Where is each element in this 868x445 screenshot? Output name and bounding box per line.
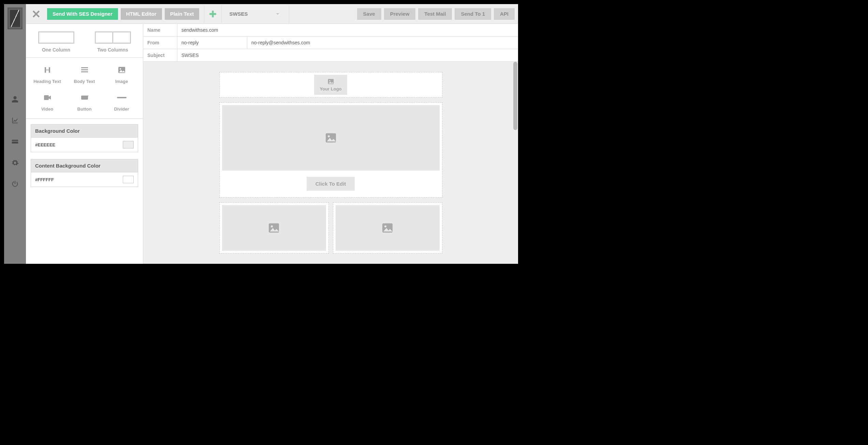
element-body-text[interactable]: Body Text: [66, 66, 103, 84]
content-background-color-value: #FFFFFF: [35, 177, 54, 182]
test-mail-button[interactable]: Test Mail: [418, 8, 452, 20]
image-icon: [324, 132, 338, 144]
two-col-left[interactable]: [219, 202, 329, 254]
meta-table: Name sendwithses.com From no-reply no-re…: [143, 24, 518, 62]
gear-icon: [11, 159, 19, 167]
svg-rect-6: [81, 71, 88, 72]
background-color-swatch[interactable]: [123, 141, 134, 148]
editor-sidebar: One Column Two Columns Heading Text: [26, 24, 143, 264]
image-icon: [327, 78, 335, 85]
layout-label: One Column: [42, 47, 70, 53]
chart-line-icon: [11, 117, 19, 124]
svg-point-8: [120, 68, 121, 70]
element-heading[interactable]: Heading Text: [29, 66, 66, 84]
meta-subject-value[interactable]: SWSES: [177, 49, 518, 61]
svg-rect-4: [81, 67, 88, 68]
image-icon: [117, 66, 127, 74]
nav-item-analytics[interactable]: [11, 115, 19, 126]
nav-item-contacts[interactable]: [11, 94, 19, 105]
background-color-value: #EEEEEE: [35, 142, 55, 147]
toolbar: Send With SES Designer HTML Editor Plain…: [26, 4, 518, 24]
nav-item-billing[interactable]: [11, 136, 19, 147]
send-to-button[interactable]: Send To 1: [455, 8, 491, 20]
element-divider[interactable]: Divider: [103, 94, 140, 112]
nav-item-settings[interactable]: [11, 157, 19, 169]
divider-icon: [117, 97, 127, 98]
image-icon: [267, 222, 281, 234]
svg-point-17: [384, 226, 386, 228]
video-icon: [43, 94, 52, 102]
logo-placeholder[interactable]: Your Logo: [314, 75, 347, 95]
body-text-icon: [80, 66, 89, 74]
layout-label: Two Columns: [97, 47, 128, 53]
app-logo: [8, 8, 23, 29]
content-background-color-panel: Content Background Color #FFFFFF: [31, 159, 138, 187]
credit-card-icon: [11, 138, 19, 145]
close-icon: [32, 10, 41, 18]
nav-item-power[interactable]: [11, 178, 19, 190]
user-icon: [11, 96, 19, 103]
svg-rect-5: [81, 69, 88, 70]
cta-button[interactable]: Click To Edit: [307, 177, 355, 191]
power-icon: [11, 180, 19, 188]
hero-image-placeholder[interactable]: [222, 105, 440, 171]
add-template-button[interactable]: [204, 5, 222, 23]
content-background-color-swatch[interactable]: [123, 176, 134, 183]
element-image[interactable]: Image: [103, 66, 140, 84]
close-button[interactable]: [29, 7, 43, 21]
left-nav: [4, 4, 26, 264]
tab-html-editor[interactable]: HTML Editor: [121, 8, 162, 20]
api-button[interactable]: API: [494, 8, 515, 20]
scrollbar[interactable]: [513, 62, 517, 264]
meta-from-name[interactable]: no-reply: [177, 37, 247, 49]
button-icon: [80, 94, 89, 102]
meta-name-label: Name: [143, 24, 177, 36]
svg-point-15: [271, 226, 273, 228]
svg-point-11: [329, 80, 330, 81]
meta-from-email[interactable]: no-reply@sendwithses.com: [247, 37, 314, 49]
scrollbar-thumb[interactable]: [513, 62, 517, 130]
panel-header: Content Background Color: [31, 159, 138, 172]
heading-icon: [43, 66, 52, 74]
element-video[interactable]: Video: [29, 94, 66, 112]
preview-button[interactable]: Preview: [384, 8, 416, 20]
editor-pane: Name sendwithses.com From no-reply no-re…: [143, 24, 518, 264]
logo-placeholder-text: Your Logo: [320, 86, 341, 91]
meta-from-label: From: [143, 37, 177, 49]
meta-name-value[interactable]: sendwithses.com: [177, 24, 518, 36]
save-button[interactable]: Save: [357, 8, 381, 20]
template-dropdown-label: SWSES: [229, 11, 248, 17]
logo-block[interactable]: Your Logo: [219, 72, 442, 98]
tab-designer[interactable]: Send With SES Designer: [47, 8, 118, 20]
email-canvas: Your Logo Click To Edit: [219, 72, 442, 254]
element-button[interactable]: Button: [66, 94, 103, 112]
tab-plain-text[interactable]: Plain Text: [165, 8, 200, 20]
panel-header: Background Color: [31, 125, 138, 138]
template-dropdown[interactable]: SWSES: [224, 5, 289, 23]
svg-point-13: [328, 135, 330, 138]
background-color-panel: Background Color #EEEEEE: [31, 124, 138, 152]
meta-subject-label: Subject: [143, 49, 177, 61]
layout-two-columns[interactable]: Two Columns: [95, 31, 131, 53]
chevron-down-icon: [275, 12, 280, 16]
plus-icon: [208, 10, 217, 18]
image-placeholder[interactable]: [336, 205, 440, 251]
two-col-right[interactable]: [333, 202, 442, 254]
svg-rect-9: [44, 95, 49, 100]
hero-block[interactable]: Click To Edit: [219, 102, 442, 198]
layout-one-column[interactable]: One Column: [38, 31, 74, 53]
image-icon: [381, 222, 394, 234]
image-placeholder[interactable]: [222, 205, 326, 251]
